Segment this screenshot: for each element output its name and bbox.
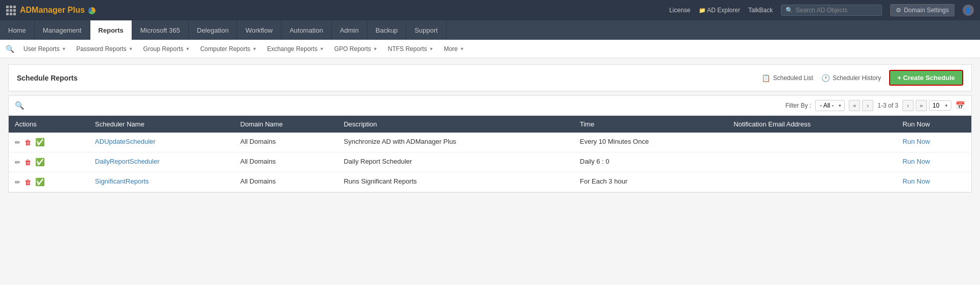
subnav-password-reports[interactable]: Password Reports ▼: [72, 43, 137, 55]
col-domain-name: Domain Name: [234, 116, 338, 133]
first-page-button[interactable]: «: [849, 100, 860, 111]
scheduled-list-link[interactable]: 📋 Scheduled List: [762, 74, 813, 82]
filter-area: Filter By : - All - « ‹ 1-3 of 3 › » 10: [786, 100, 965, 111]
create-schedule-button[interactable]: + Create Schedule: [889, 70, 963, 86]
edit-icon-0[interactable]: ✏: [15, 139, 20, 146]
gpo-reports-dropdown-icon: ▼: [373, 46, 378, 51]
subnav-group-reports[interactable]: Group Reports ▼: [139, 43, 194, 55]
nav-delegation[interactable]: Delegation: [189, 20, 237, 40]
header-actions: 📋 Scheduled List 🕐 Scheduler History + C…: [762, 70, 963, 86]
filter-select[interactable]: - All -: [815, 100, 845, 111]
sub-nav-search-icon[interactable]: 🔍: [4, 43, 15, 55]
nav-bar: Home Management Reports Microsoft 365 De…: [0, 20, 980, 40]
col-description: Description: [337, 116, 574, 133]
domain-settings-button[interactable]: ⚙ Domain Settings: [890, 4, 954, 16]
page-size-select[interactable]: 10 25 50: [929, 100, 951, 111]
user-avatar[interactable]: 👤: [963, 5, 974, 16]
cell-time-0: Every 10 Minutes Once: [574, 133, 727, 152]
prev-page-button[interactable]: ‹: [862, 100, 873, 111]
cell-email-1: [727, 152, 896, 172]
license-link[interactable]: License: [669, 7, 690, 14]
table-header-row: Actions Scheduler Name Domain Name Descr…: [9, 116, 971, 133]
filter-label: Filter By :: [786, 102, 812, 109]
list-icon: 📋: [762, 74, 770, 82]
delete-icon-2[interactable]: 🗑: [24, 178, 31, 186]
edit-icon-2[interactable]: ✏: [15, 178, 20, 186]
cell-domain-1: All Domains: [234, 152, 338, 172]
nav-home[interactable]: Home: [0, 20, 35, 40]
grid-icon[interactable]: [6, 6, 16, 15]
active-icon-0[interactable]: ✅: [35, 138, 45, 147]
delete-icon-1[interactable]: 🗑: [24, 159, 31, 166]
main-content: Schedule Reports 📋 Scheduled List 🕐 Sche…: [0, 58, 980, 199]
scheduler-name-link-0[interactable]: ADUpdateScheduler: [95, 138, 156, 145]
computer-reports-dropdown-icon: ▼: [252, 46, 257, 51]
nav-support[interactable]: Support: [406, 20, 447, 40]
run-now-button-1[interactable]: Run Now: [902, 158, 929, 165]
cell-time-1: Daily 6 : 0: [574, 152, 727, 172]
scheduler-name-link-2[interactable]: SignificantReports: [95, 177, 149, 185]
cell-run-now-2: Run Now: [896, 172, 971, 192]
subnav-ntfs-reports[interactable]: NTFS Reports ▼: [384, 43, 438, 55]
cell-email-2: [727, 172, 896, 192]
run-now-button-2[interactable]: Run Now: [902, 177, 929, 185]
filter-select-wrap: - All -: [815, 100, 845, 111]
schedule-header: Schedule Reports 📋 Scheduled List 🕐 Sche…: [8, 64, 972, 91]
user-reports-dropdown-icon: ▼: [62, 46, 66, 51]
scheduler-history-link[interactable]: 🕐 Scheduler History: [821, 74, 881, 82]
edit-icon-1[interactable]: ✏: [15, 159, 20, 166]
search-input[interactable]: [796, 7, 877, 14]
gear-icon: ⚙: [896, 7, 901, 14]
last-page-button[interactable]: »: [916, 100, 927, 111]
group-reports-dropdown-icon: ▼: [185, 46, 190, 51]
nav-admin[interactable]: Admin: [332, 20, 368, 40]
ntfs-reports-dropdown-icon: ▼: [429, 46, 433, 51]
scheduler-name-link-1[interactable]: DailyReportScheduler: [95, 158, 159, 165]
nav-backup[interactable]: Backup: [368, 20, 406, 40]
run-now-button-0[interactable]: Run Now: [902, 138, 929, 145]
history-icon: 🕐: [821, 74, 830, 82]
nav-reports[interactable]: Reports: [90, 20, 132, 40]
search-icon: 🔍: [786, 7, 793, 14]
delete-icon-0[interactable]: 🗑: [24, 139, 31, 146]
table-row: ✏ 🗑 ✅ DailyReportScheduler All Domains D…: [9, 152, 971, 172]
subnav-exchange-reports[interactable]: Exchange Reports ▼: [263, 43, 328, 55]
pagination: « ‹ 1-3 of 3 › » 10 25 50 📅: [849, 100, 965, 111]
subnav-user-reports[interactable]: User Reports ▼: [19, 43, 70, 55]
cell-actions-1: ✏ 🗑 ✅: [9, 152, 89, 172]
next-page-button[interactable]: ›: [902, 100, 914, 111]
nav-automation[interactable]: Automation: [281, 20, 332, 40]
col-time: Time: [574, 116, 727, 133]
cell-actions-2: ✏ 🗑 ✅: [9, 172, 89, 192]
cell-run-now-0: Run Now: [896, 133, 971, 152]
cell-domain-0: All Domains: [234, 133, 338, 152]
cell-description-2: Runs Significant Reports: [337, 172, 574, 192]
cell-scheduler-name-1: DailyReportScheduler: [89, 152, 234, 172]
top-bar: ADManager Plus License 📁 AD Explorer Tal…: [0, 0, 980, 20]
active-icon-1[interactable]: ✅: [35, 158, 45, 167]
col-run-now: Run Now: [896, 116, 971, 133]
nav-management[interactable]: Management: [35, 20, 90, 40]
nav-workflow[interactable]: Workflow: [237, 20, 281, 40]
password-reports-dropdown-icon: ▼: [129, 46, 133, 51]
app-logo: ADManager Plus: [20, 6, 95, 15]
ad-explorer-link[interactable]: 📁 AD Explorer: [699, 7, 740, 14]
calendar-icon[interactable]: 📅: [955, 101, 965, 110]
pagination-info: 1-3 of 3: [875, 102, 900, 109]
more-dropdown-icon: ▼: [460, 46, 464, 51]
talkback-link[interactable]: TalkBack: [748, 7, 773, 14]
table-toolbar: 🔍 Filter By : - All - « ‹ 1-3 of 3 › »: [9, 96, 971, 116]
cell-scheduler-name-2: SignificantReports: [89, 172, 234, 192]
table-container: 🔍 Filter By : - All - « ‹ 1-3 of 3 › »: [8, 95, 972, 193]
active-icon-2[interactable]: ✅: [35, 177, 45, 187]
nav-microsoft365[interactable]: Microsoft 365: [132, 20, 189, 40]
table-search-icon[interactable]: 🔍: [15, 101, 24, 110]
subnav-more[interactable]: More ▼: [439, 43, 468, 55]
subnav-computer-reports[interactable]: Computer Reports ▼: [196, 43, 261, 55]
top-right-area: License 📁 AD Explorer TalkBack 🔍 ⚙ Domai…: [669, 4, 974, 16]
cell-description-0: Synchronize AD with ADManager Plus: [337, 133, 574, 152]
table-row: ✏ 🗑 ✅ ADUpdateScheduler All Domains Sync…: [9, 133, 971, 152]
cell-description-1: Daily Report Scheduler: [337, 152, 574, 172]
subnav-gpo-reports[interactable]: GPO Reports ▼: [330, 43, 382, 55]
cell-email-0: [727, 133, 896, 152]
